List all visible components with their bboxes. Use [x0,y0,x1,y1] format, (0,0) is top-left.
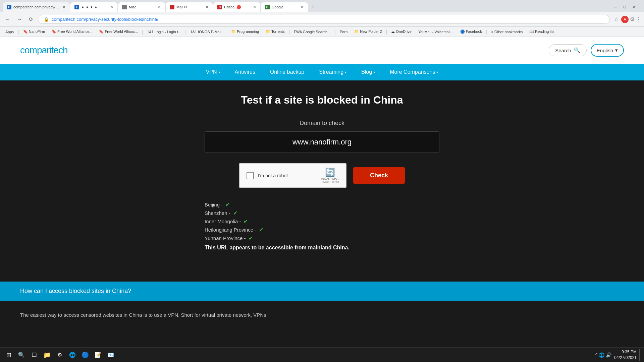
bookmark-reading-list[interactable]: 📖 Reading list [527,29,557,35]
tab-close-icon[interactable]: ✕ [205,5,209,9]
network-icon[interactable]: 🌐 [599,352,604,358]
bookmark-fwa-search[interactable]: FWA Google Search... [291,29,333,35]
result-location-inner-mongolia: Inner Mongolia - [205,219,241,224]
ext-icon-3[interactable]: ⋮ [636,16,641,22]
ext-icon-2[interactable]: ⚙ [630,16,635,22]
close-icon[interactable]: ✕ [630,4,639,10]
check-icon-beijing: ✔ [225,201,230,208]
nav-item-online-backup[interactable]: Online backup [263,64,312,80]
search-button[interactable]: Search 🔍 [549,44,587,56]
tab-close-icon[interactable]: ✕ [301,5,304,9]
check-button[interactable]: Check [353,167,405,184]
bookmarks-bar: Apps | 🔖 NanoFirm 🔖 Free World Alliance.… [0,27,644,37]
forward-button[interactable]: → [15,15,24,24]
bookmark-1and1-mail[interactable]: 1&1 IONOS E-Mail... [188,29,227,35]
reload-button[interactable]: ⟳ [27,15,35,24]
captcha-icon: 🔄 [325,168,335,177]
captcha-label: I'm not a robot [258,173,317,178]
bottom-section: How can I access blocked sites in China?… [0,282,644,329]
bookmark-star-icon[interactable]: ☆ [612,16,620,22]
nav-item-more[interactable]: More Comparisons ▾ [382,64,445,80]
url-text[interactable]: comparitech.com/privacy-security-tools/b… [52,17,604,22]
nav-label-vpn: VPN [206,69,217,75]
tab-label: Mail ✉ [176,5,203,9]
tab-label: comparitech.com/privacy-sec... [13,5,60,9]
settings-taskbar-button[interactable]: ⚙ [54,349,66,361]
domain-label: Domain to check [300,120,344,127]
check-icon-inner-mongolia: ✔ [244,218,248,225]
tab-close-icon[interactable]: ✕ [253,5,256,9]
faq-link[interactable]: How can I access blocked sites in China? [20,288,131,294]
tab-close-icon[interactable]: ✕ [158,5,161,9]
start-button[interactable]: ⊞ [3,349,15,361]
captcha-box: I'm not a robot 🔄 reCAPTCHA Privacy - Te… [239,163,346,188]
bookmark-folder2[interactable]: 📁 New Folder 2 [352,29,384,35]
bookmark-torrents[interactable]: 📁 Torrents [263,29,287,35]
taskbar-clock[interactable]: 9:35 PM 04/27/02021 [614,349,637,361]
maximize-icon[interactable]: □ [621,4,629,10]
notepad-icon: 📝 [95,352,101,358]
bookmark-programming[interactable]: 📁 Programming [228,29,262,35]
faq-header: How can I access blocked sites in China? [0,282,644,301]
edge-button[interactable]: 🌐 [66,349,78,361]
results-section: Beijing - ✔ Shenzhen - ✔ Inner Mongolia … [205,201,439,251]
tab-close-icon[interactable]: ✕ [110,5,113,9]
nav-item-streaming[interactable]: Streaming ▾ [312,64,354,80]
browser-chrome: F comparitech.com/privacy-sec... ✕ F ★ ★… [0,0,644,37]
tab-close-icon[interactable]: ✕ [62,5,66,9]
bookmark-youmail[interactable]: YouMail - Voicemail... [416,29,456,35]
nav-arrow-more: ▾ [436,70,438,74]
site-logo[interactable]: comparitech [20,45,68,56]
bookmark-fwa1[interactable]: 🔖 Free World Alliance... [49,29,95,35]
mail-taskbar-button[interactable]: 📧 [105,349,117,361]
nav-arrow-blog: ▾ [373,70,375,74]
inactive-tab-4[interactable]: C Critical 🔴 ✕ [213,2,260,12]
inactive-tab-3[interactable]: Mail ✉ ✕ [166,2,213,12]
bookmark-fwa2[interactable]: 🔖 Free World Allianc... [96,29,140,35]
url-bar[interactable]: 🔒 comparitech.com/privacy-security-tools… [38,15,610,24]
back-button[interactable]: ← [3,15,12,24]
bookmark-apps[interactable]: Apps [3,29,16,35]
tray-chevron[interactable]: ^ [595,352,598,358]
check-icon-yunnan: ✔ [249,235,253,241]
volume-icon[interactable]: 🔊 [606,352,611,358]
search-taskbar-icon: 🔍 [18,352,25,358]
header-actions: Search 🔍 English ▾ [549,44,624,57]
nav-item-vpn[interactable]: VPN ▾ [199,64,227,80]
active-tab[interactable]: F comparitech.com/privacy-sec... ✕ [3,2,70,12]
bookmark-1and1-login[interactable]: 1&1 Login - Login t... [144,29,184,35]
bookmark-onedrive[interactable]: ☁ OneDrive [388,29,414,35]
ext-icon-1[interactable]: A [621,16,629,23]
notepad-button[interactable]: 📝 [92,349,104,361]
inactive-tab-5[interactable]: G Google ✕ [261,2,308,12]
tab-favicon: F [74,5,79,9]
domain-input[interactable] [205,131,439,153]
taskbar-left: ⊞ 🔍 ❑ 📁 ⚙ 🌐 🔵 📝 📧 [3,349,117,361]
captcha-logo: 🔄 reCAPTCHA Privacy - Terms [321,168,339,183]
domain-input-wrapper [205,131,439,153]
lang-arrow-icon: ▾ [615,47,618,53]
chrome-taskbar-button[interactable]: 🔵 [79,349,91,361]
result-location-shenzhen: Shenzhen - [205,210,230,216]
show-desktop-button[interactable] [639,349,641,361]
tab-label: ★ ★ ★ ★ [81,5,108,9]
task-view-button[interactable]: ❑ [28,349,40,361]
inactive-tab-1[interactable]: F ★ ★ ★ ★ ✕ [70,2,117,12]
bookmark-nanofirm[interactable]: 🔖 NanoFirm [20,29,48,35]
inactive-tab-2[interactable]: Misc ✕ [118,2,165,12]
edge-icon: 🌐 [69,352,76,358]
file-explorer-button[interactable]: 📁 [41,349,53,361]
faq-body-text: The easiest way to access censored websi… [20,311,356,319]
bookmark-facebook[interactable]: 🔵 Facebook [458,29,485,35]
search-taskbar-button[interactable]: 🔍 [15,349,28,361]
bookmark-porn[interactable]: Porn [337,29,350,35]
minimize-icon[interactable]: ─ [611,4,620,10]
settings-taskbar-icon: ⚙ [57,352,62,358]
bookmark-other[interactable]: » Other bookmarks [489,29,526,35]
nav-item-blog[interactable]: Blog ▾ [354,64,382,80]
captcha-checkbox[interactable] [247,172,254,179]
nav-item-antivirus[interactable]: Antivirus [227,64,263,80]
chrome-icon: 🔵 [82,351,89,359]
language-button[interactable]: English ▾ [591,44,624,57]
new-tab-button[interactable]: + [309,4,318,11]
